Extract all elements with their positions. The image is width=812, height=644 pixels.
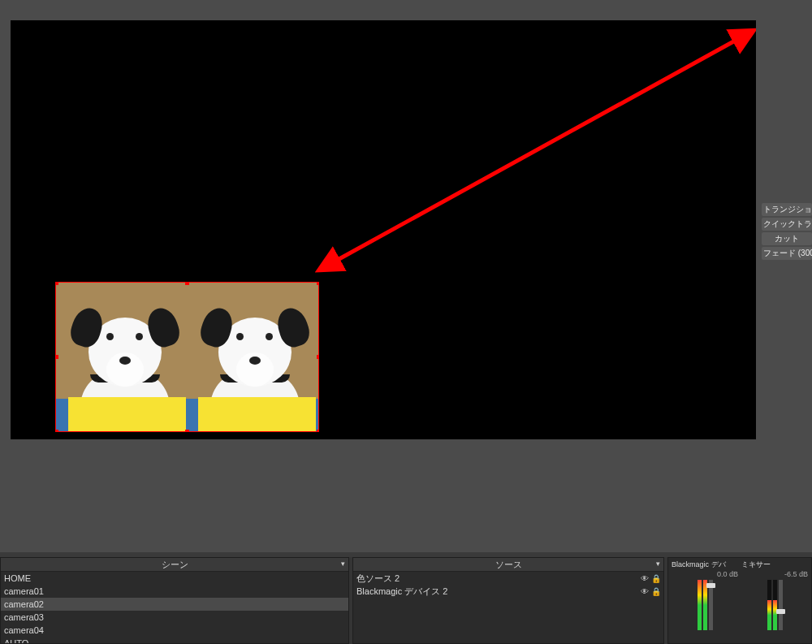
volume-slider[interactable]: [779, 580, 783, 630]
mixer-channel-2-db: -6.5 dB: [741, 570, 808, 578]
scene-item-camera02[interactable]: camera02: [1, 598, 348, 611]
scenes-panel: シーン ▾ HOMEcamera01camera02camera03camera…: [0, 557, 349, 644]
eye-icon[interactable]: 👁: [640, 587, 649, 596]
scene-item-HOME[interactable]: HOME: [1, 572, 348, 585]
scenes-list: HOMEcamera01camera02camera03camera04AUTO…: [1, 572, 348, 643]
cut-button[interactable]: カット: [762, 232, 812, 245]
chevron-down-icon[interactable]: ▾: [339, 560, 347, 568]
audio-mixer-panel: Blackmagic デバ 0.0 dB ミキサー -6.5 dB: [667, 557, 812, 644]
scene-item-AUTO[interactable]: AUTO: [1, 637, 348, 643]
source-item-label: 色ソース 2: [356, 573, 640, 584]
resize-handle-tc[interactable]: [185, 282, 189, 285]
audio-meter-icon: [773, 580, 777, 630]
chevron-down-icon[interactable]: ▾: [654, 560, 662, 568]
sources-list: 色ソース 2👁🔒Blackmagic デバイス 2👁🔒: [353, 572, 663, 643]
scenes-panel-title: シーン: [162, 560, 188, 569]
sources-panel: ソース ▾ 色ソース 2👁🔒Blackmagic デバイス 2👁🔒: [352, 557, 664, 644]
source-item[interactable]: 色ソース 2👁🔒: [353, 572, 663, 585]
resize-handle-mr[interactable]: [317, 355, 320, 359]
eye-icon[interactable]: 👁: [640, 574, 649, 583]
resize-handle-br[interactable]: [317, 430, 320, 433]
mixer-channel-1: Blackmagic デバ 0.0 dB: [672, 560, 738, 630]
audio-meter-icon: [698, 580, 702, 630]
resize-handle-bl[interactable]: [55, 430, 58, 433]
mixer-channel-2: ミキサー -6.5 dB: [741, 560, 808, 630]
video-frame: [56, 283, 318, 431]
mixer-channel-1-db: 0.0 dB: [672, 570, 738, 578]
scene-item-camera03[interactable]: camera03: [1, 611, 348, 624]
quick-transition-button[interactable]: クイックトランジシ: [762, 218, 812, 231]
lock-icon[interactable]: 🔒: [651, 587, 660, 596]
resize-handle-ml[interactable]: [55, 355, 58, 359]
source-item[interactable]: Blackmagic デバイス 2👁🔒: [353, 585, 663, 598]
audio-meter-icon: [767, 580, 771, 630]
bottom-panels: シーン ▾ HOMEcamera01camera02camera03camera…: [0, 557, 812, 644]
app-root: トランジショ クイックトランジシ カット フェード (300ms シーン ▾ H…: [0, 0, 812, 644]
mixer-channel-2-label: ミキサー: [741, 560, 808, 570]
transition-panel: トランジショ クイックトランジシ カット フェード (300ms: [762, 203, 812, 261]
scene-item-camera04[interactable]: camera04: [1, 624, 348, 637]
lock-icon[interactable]: 🔒: [651, 574, 660, 583]
resize-handle-tl[interactable]: [55, 282, 58, 285]
preview-area: [0, 0, 812, 552]
mixer-channel-1-label: Blackmagic デバ: [672, 560, 738, 570]
transition-button[interactable]: トランジショ: [762, 203, 812, 216]
sources-panel-header[interactable]: ソース ▾: [353, 558, 663, 572]
volume-slider[interactable]: [709, 580, 713, 630]
selected-source-box[interactable]: [55, 282, 319, 432]
fade-button[interactable]: フェード (300ms: [762, 247, 812, 260]
resize-handle-tr[interactable]: [317, 282, 320, 285]
scenes-panel-header[interactable]: シーン ▾: [1, 558, 348, 572]
resize-handle-bc[interactable]: [185, 430, 189, 433]
sources-panel-title: ソース: [495, 560, 522, 569]
svg-line-0: [327, 35, 745, 266]
scene-item-camera01[interactable]: camera01: [1, 585, 348, 598]
preview-canvas[interactable]: [11, 20, 756, 439]
source-item-label: Blackmagic デバイス 2: [356, 586, 640, 597]
